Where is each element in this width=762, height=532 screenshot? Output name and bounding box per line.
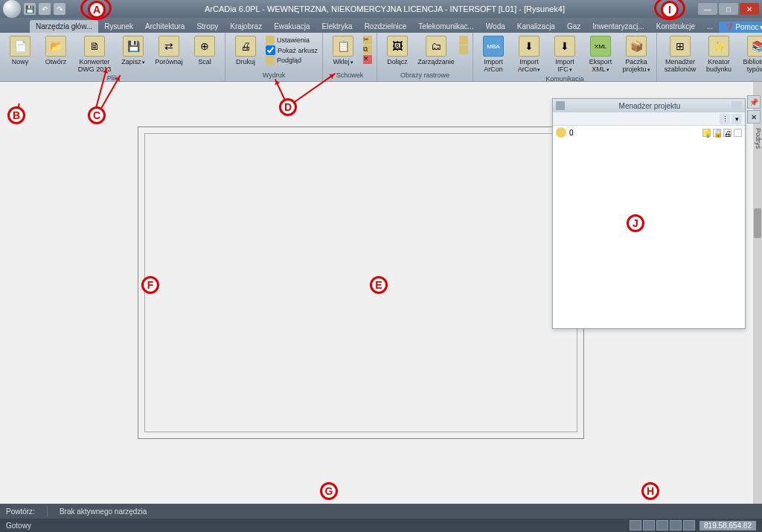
tab-architektura[interactable]: Architektura xyxy=(139,20,190,33)
copy-button[interactable]: ⧉ xyxy=(363,45,372,54)
tab-ewakuacja[interactable]: Ewakuacja xyxy=(268,20,316,33)
status-bar: Gotowy 819.58,654.82 xyxy=(0,519,762,532)
pokaz-arkusz-checkbox[interactable]: Pokaż arkusz xyxy=(266,45,318,55)
ribbon: 📄Nowy 📂Otwórz 🗎Konwerter DWG 2013 💾Zapis… xyxy=(0,33,762,82)
print-sheet-outline xyxy=(138,126,584,439)
save-icon: 💾 xyxy=(123,36,144,57)
drukuj-button[interactable]: 🖨Drukuj xyxy=(228,34,263,67)
gutter-pin-button[interactable]: 📌 xyxy=(747,95,761,109)
status-toggle-5[interactable] xyxy=(683,520,695,531)
window-title: ArCADia 6.0PL - WEWNĘTRZNA, NIEKOMERCYJN… xyxy=(71,4,698,13)
nowy-button[interactable]: 📄Nowy xyxy=(3,34,37,67)
tab-krajobraz[interactable]: Krajobraz xyxy=(224,20,268,33)
tab-rozdzielnice[interactable]: Rozdzielnice xyxy=(359,20,413,33)
pm-layer-row[interactable]: 0 💡 🔓 🖨 xyxy=(553,126,745,139)
ribbon-group-plik: 📄Nowy 📂Otwórz 🗎Konwerter DWG 2013 💾Zapis… xyxy=(0,33,225,81)
biblioteka-typow-button[interactable]: 📚Biblioteka typów xyxy=(737,34,762,75)
pm-collapse-button[interactable] xyxy=(731,101,742,110)
callout-J: J xyxy=(627,214,644,232)
color-swatch[interactable] xyxy=(734,129,742,137)
porownaj-button[interactable]: ⇄Porównaj xyxy=(152,34,186,67)
wklej-button[interactable]: 📋Wklej xyxy=(326,34,360,68)
file-new-icon: 📄 xyxy=(10,36,31,57)
callout-I: I xyxy=(661,1,679,19)
pm-tree[interactable]: 0 💡 🔓 🖨 xyxy=(553,126,745,328)
pm-filter-button[interactable]: ⋮ xyxy=(720,114,730,124)
callout-E: E xyxy=(370,276,388,294)
pm-titlebar[interactable]: Menadżer projektu xyxy=(553,99,745,112)
callout-F: F xyxy=(141,276,159,294)
kreator-budynku-button[interactable]: ✨Kreator budynku xyxy=(702,34,736,74)
cmd-separator xyxy=(47,506,48,516)
preview-icon xyxy=(266,56,275,65)
tab-narzedzia-glowne[interactable]: Narzędzia głów... xyxy=(30,20,98,33)
tab-stropy[interactable]: Stropy xyxy=(190,20,224,33)
tab-konstrukcje[interactable]: Konstrukcje xyxy=(650,20,701,33)
status-ready: Gotowy xyxy=(6,522,31,530)
tab-woda[interactable]: Woda xyxy=(480,20,511,33)
scroll-thumb[interactable] xyxy=(754,208,761,238)
dolacz-button[interactable]: 🖼Dołącz xyxy=(380,34,414,67)
otworz-button[interactable]: 📂Otwórz xyxy=(39,34,73,67)
status-toggle-3[interactable] xyxy=(656,520,668,531)
podglad-button[interactable]: Podgląd xyxy=(266,56,318,65)
import-ifc-button[interactable]: ⬇Import IFC xyxy=(548,34,582,75)
mba-icon: MBA xyxy=(483,36,504,57)
zapisz-button[interactable]: 💾Zapisz xyxy=(116,34,150,68)
pokaz-arkusz-input[interactable] xyxy=(266,45,275,55)
wizard-icon: ✨ xyxy=(708,36,729,57)
gutter-close-button[interactable]: ✕ xyxy=(747,110,761,124)
image-icon-2 xyxy=(459,45,468,54)
image-icon xyxy=(459,36,468,45)
pm-dropdown-button[interactable]: ▾ xyxy=(731,114,742,124)
close-button[interactable]: ✕ xyxy=(740,3,759,15)
delete-icon: ✕ xyxy=(363,55,372,64)
help-button[interactable]: ❓ Pomoc ▾ xyxy=(719,22,762,33)
image-tool-2[interactable] xyxy=(459,45,468,54)
tab-rysunek[interactable]: Rysunek xyxy=(98,20,139,33)
app-orb-button[interactable] xyxy=(3,0,21,18)
image-tool-1[interactable] xyxy=(459,36,468,45)
print-icon: 🖨 xyxy=(235,36,256,57)
qat-save-icon[interactable]: 💾 xyxy=(24,3,36,15)
pm-title: Menadżer projektu xyxy=(568,102,731,110)
minimize-button[interactable]: — xyxy=(698,3,717,15)
cut-button[interactable]: ✂ xyxy=(363,36,372,45)
copy-icon: ⧉ xyxy=(363,45,372,54)
qat-redo-icon[interactable]: ↷ xyxy=(54,3,65,15)
menadzer-szablonow-button[interactable]: ⊞Menadżer szablonów xyxy=(660,34,700,74)
qat-undo-icon[interactable]: ↶ xyxy=(39,3,51,15)
ribbon-tab-row: Narzędzia głów... Rysunek Architektura S… xyxy=(0,18,762,33)
attach-image-icon: 🖼 xyxy=(387,36,408,57)
visibility-icon[interactable]: 💡 xyxy=(702,129,711,137)
tab-gaz[interactable]: Gaz xyxy=(561,20,586,33)
xml-icon: XML xyxy=(590,36,611,57)
zarzadzanie-button[interactable]: 🗂Zarządzanie xyxy=(416,34,456,67)
scal-button[interactable]: ⊕Scal xyxy=(188,34,222,67)
quick-access-toolbar: 💾 ↶ ↷ xyxy=(24,3,65,15)
tab-kanalizacja[interactable]: Kanalizacja xyxy=(511,20,561,33)
tab-inwentaryzacja[interactable]: Inwentaryzacj... xyxy=(586,20,650,33)
ustawienia-button[interactable]: Ustawienia xyxy=(266,36,318,45)
settings-icon xyxy=(266,36,275,45)
lock-icon[interactable]: 🔓 xyxy=(713,129,721,137)
tab-telekomunikacja[interactable]: Telekomunikac... xyxy=(412,20,479,33)
callout-G: G xyxy=(320,482,338,500)
package-icon: 📦 xyxy=(626,36,647,57)
eksport-xml-button[interactable]: XMLEksport XML xyxy=(583,34,618,75)
callout-C: C xyxy=(88,106,106,124)
tab-elektryka[interactable]: Elektryka xyxy=(316,20,359,33)
paczka-projektu-button[interactable]: 📦Paczka projektu xyxy=(619,34,653,75)
print-toggle-icon[interactable]: 🖨 xyxy=(723,129,731,137)
ribbon-group-obrazy: 🖼Dołącz 🗂Zarządzanie Obrazy rastrowe xyxy=(377,33,473,81)
arcon-icon: ⬇ xyxy=(519,36,540,57)
status-toggle-2[interactable] xyxy=(643,520,655,531)
gutter-label[interactable]: Podryś xyxy=(749,128,762,149)
status-toggle-4[interactable] xyxy=(670,520,682,531)
tab-overflow[interactable]: ... xyxy=(701,20,719,33)
delete-button[interactable]: ✕ xyxy=(363,55,372,64)
maximize-button[interactable]: □ xyxy=(719,3,738,15)
import-arcon2-button[interactable]: ⬇Import ArCon xyxy=(512,34,546,75)
import-arcon-button[interactable]: MBAImport ArCon xyxy=(476,34,510,74)
status-toggle-1[interactable] xyxy=(630,520,641,531)
